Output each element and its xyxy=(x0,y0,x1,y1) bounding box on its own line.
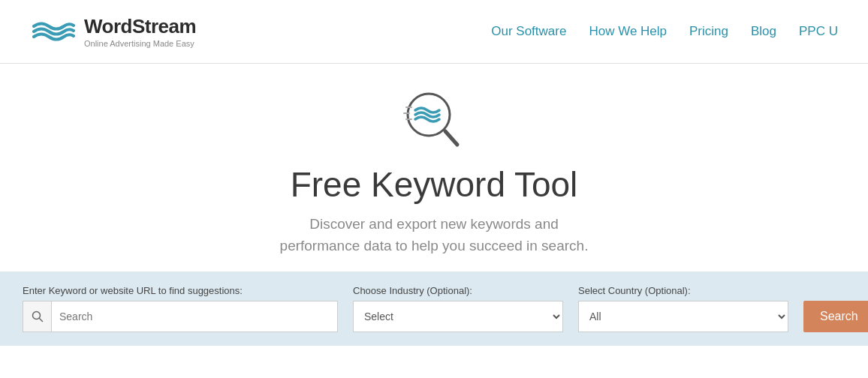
industry-select[interactable]: Select Automotive Beauty & Personal Care… xyxy=(353,301,563,332)
logo-brand: WordStream xyxy=(84,15,196,38)
keyword-field-wrap xyxy=(23,301,338,332)
search-button[interactable]: Search xyxy=(803,301,868,332)
svg-line-1 xyxy=(445,131,457,145)
keyword-tool-icon xyxy=(400,86,468,154)
search-section: Enter Keyword or website URL to find sug… xyxy=(0,272,868,346)
logo-tagline: Online Advertising Made Easy xyxy=(84,39,196,48)
nav-pricing[interactable]: Pricing xyxy=(689,24,728,39)
industry-label: Choose Industry (Optional): xyxy=(353,285,563,296)
main-nav: Our Software How We Help Pricing Blog PP… xyxy=(491,24,838,39)
hero-title: Free Keyword Tool xyxy=(291,164,578,205)
logo-area: WordStream Online Advertising Made Easy xyxy=(30,15,196,49)
nav-blog[interactable]: Blog xyxy=(751,24,776,39)
logo-text-block: WordStream Online Advertising Made Easy xyxy=(84,15,196,48)
nav-our-software[interactable]: Our Software xyxy=(491,24,566,39)
country-label: Select Country (Optional): xyxy=(578,285,788,296)
hero-subtitle: Discover and export new keywords and per… xyxy=(280,214,589,256)
country-field-group: Select Country (Optional): All United St… xyxy=(578,285,788,332)
nav-how-we-help[interactable]: How We Help xyxy=(589,24,667,39)
hero-section: Free Keyword Tool Discover and export ne… xyxy=(0,64,868,272)
svg-line-7 xyxy=(39,319,42,322)
header: WordStream Online Advertising Made Easy … xyxy=(0,0,868,64)
keyword-input[interactable] xyxy=(52,302,337,332)
hero-icon-area xyxy=(400,86,468,157)
industry-field-group: Choose Industry (Optional): Select Autom… xyxy=(353,285,563,332)
search-icon xyxy=(32,310,44,322)
keyword-field-group: Enter Keyword or website URL to find sug… xyxy=(23,285,338,332)
country-select[interactable]: All United States United Kingdom Canada … xyxy=(578,301,788,332)
search-icon-box xyxy=(23,302,52,332)
wordstream-logo-icon xyxy=(30,15,75,49)
keyword-label: Enter Keyword or website URL to find sug… xyxy=(23,285,338,296)
nav-ppc-u[interactable]: PPC U xyxy=(799,24,838,39)
